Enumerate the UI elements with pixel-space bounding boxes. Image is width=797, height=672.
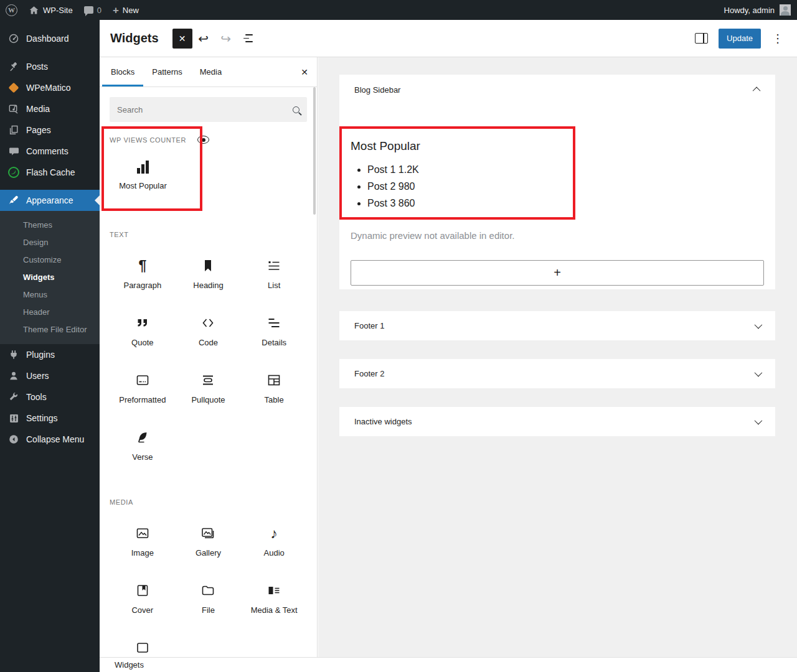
pages-icon <box>7 124 20 136</box>
section-label: WP VIEWS COUNTER <box>110 136 186 144</box>
audio-note-icon: ♪ <box>270 525 278 541</box>
chevron-down-icon <box>755 417 763 425</box>
submenu-item-design[interactable]: Design <box>0 233 100 251</box>
block-item-verse[interactable]: Verse <box>110 419 176 476</box>
popular-posts-list: Post 1 1.2K Post 2 980 Post 3 860 <box>367 161 764 212</box>
block-item-heading[interactable]: Heading <box>176 247 242 304</box>
submenu-item-header[interactable]: Header <box>0 303 100 320</box>
sidebar-item-flash-cache[interactable]: Flash Cache <box>0 162 100 183</box>
panel-title: Blog Sidebar <box>354 85 400 95</box>
new-content-menu[interactable]: + New <box>107 0 144 20</box>
list-item: Post 3 860 <box>367 195 764 212</box>
settings-sidebar-toggle[interactable] <box>690 27 712 50</box>
tab-patterns[interactable]: Patterns <box>143 57 191 86</box>
sidebar-item-wpematico[interactable]: WPeMatico <box>0 77 100 98</box>
redo-button[interactable]: ↪ <box>215 27 237 50</box>
most-popular-widget-preview[interactable]: Most Popular Post 1 1.2K Post 2 980 Post… <box>351 139 764 212</box>
panel-footer-1-header[interactable]: Footer 1 <box>339 311 775 340</box>
table-icon <box>266 371 281 388</box>
search-input[interactable] <box>117 105 293 114</box>
block-item-pullquote[interactable]: Pullquote <box>176 362 242 419</box>
sidebar-item-label: WPeMatico <box>26 83 71 93</box>
block-item-file[interactable]: File <box>176 572 242 629</box>
redo-icon: ↪ <box>220 31 231 46</box>
site-name: WP-Site <box>43 6 73 15</box>
panel-title: Footer 1 <box>354 321 384 330</box>
sidebar-item-comments[interactable]: Comments <box>0 141 100 162</box>
tab-blocks[interactable]: Blocks <box>102 57 143 86</box>
block-item-list[interactable]: List <box>241 247 307 304</box>
panel-footer-2-header[interactable]: Footer 2 <box>339 359 775 388</box>
block-item-audio[interactable]: ♪ Audio <box>241 515 307 572</box>
block-item-code[interactable]: Code <box>176 304 242 362</box>
sliders-icon <box>7 412 20 424</box>
undo-button[interactable]: ↩ <box>192 27 215 50</box>
sidebar-item-label: Users <box>26 371 49 381</box>
editor-title: Widgets <box>110 31 159 45</box>
section-label: TEXT <box>110 231 129 238</box>
block-item-preformatted[interactable]: Preformatted <box>110 362 176 419</box>
paragraph-icon: ¶ <box>138 257 146 273</box>
update-button[interactable]: Update <box>719 29 761 49</box>
submenu-item-widgets[interactable]: Widgets <box>0 268 100 286</box>
close-inserter-button[interactable]: ✕ <box>172 29 192 49</box>
inserter-scrollbar[interactable] <box>313 87 316 215</box>
sidebar-item-label: Pages <box>26 125 51 135</box>
sidebar-item-collapse-menu[interactable]: Collapse Menu <box>0 429 100 450</box>
block-item-cover[interactable]: Cover <box>110 572 176 629</box>
site-link[interactable]: WP-Site <box>23 0 78 20</box>
sidebar-item-dashboard[interactable]: Dashboard <box>0 28 100 49</box>
panel-inactive-widgets: Inactive widgets <box>339 407 775 436</box>
submenu-item-theme-file-editor[interactable]: Theme File Editor <box>0 320 100 338</box>
sidebar-item-appearance[interactable]: Appearance <box>0 190 100 211</box>
user-icon <box>7 370 20 382</box>
sidebar-item-pages[interactable]: Pages <box>0 119 100 141</box>
sidebar-separator <box>0 49 100 56</box>
block-item-most-popular[interactable]: Most Popular <box>110 149 176 208</box>
wordpress-menu[interactable]: W <box>0 0 23 20</box>
search-icon <box>293 106 299 113</box>
dashboard-icon <box>7 32 20 45</box>
preformatted-icon <box>135 371 150 388</box>
video-icon <box>135 639 150 655</box>
list-view-button[interactable] <box>237 27 260 50</box>
comments-moderation[interactable]: 0 <box>78 0 107 20</box>
chevron-down-icon <box>755 369 763 377</box>
block-item-paragraph[interactable]: ¶ Paragraph <box>110 247 176 304</box>
eye-icon[interactable] <box>197 136 209 144</box>
submenu-item-customize[interactable]: Customize <box>0 251 100 268</box>
block-item-gallery[interactable]: Gallery <box>176 515 242 572</box>
block-item-quote[interactable]: Quote <box>110 304 176 362</box>
plus-icon: + <box>554 266 561 280</box>
block-item-table[interactable]: Table <box>241 362 307 419</box>
block-item-details[interactable]: Details <box>241 304 307 362</box>
howdy-admin[interactable]: Howdy, admin <box>724 6 775 15</box>
brush-icon <box>7 194 20 207</box>
submenu-item-themes[interactable]: Themes <box>0 216 100 233</box>
list-item: Post 2 980 <box>367 178 764 195</box>
close-inserter-panel-button[interactable]: ✕ <box>301 57 308 87</box>
tab-media[interactable]: Media <box>191 57 230 86</box>
options-menu-button[interactable]: ⋮ <box>767 29 788 48</box>
panel-footer-1: Footer 1 <box>339 311 775 340</box>
add-block-appender[interactable]: + <box>351 260 764 286</box>
panel-inactive-widgets-header[interactable]: Inactive widgets <box>339 407 775 436</box>
sidebar-item-label: Tools <box>26 392 47 402</box>
user-avatar[interactable] <box>780 4 791 16</box>
block-item-video-partial[interactable] <box>110 629 176 657</box>
block-item-image[interactable]: Image <box>110 515 176 572</box>
panel-blog-sidebar-header[interactable]: Blog Sidebar <box>339 75 775 105</box>
sidebar-item-settings[interactable]: Settings <box>0 408 100 429</box>
sidebar-item-plugins[interactable]: Plugins <box>0 344 100 365</box>
breadcrumb[interactable]: Widgets <box>115 660 144 670</box>
sidebar-item-posts[interactable]: Posts <box>0 56 100 77</box>
sidebar-item-tools[interactable]: Tools <box>0 386 100 408</box>
sidebar-item-media[interactable]: Media <box>0 98 100 119</box>
block-item-media-text[interactable]: Media & Text <box>241 572 307 629</box>
sidebar-item-label: Appearance <box>26 195 73 205</box>
sidebar-item-label: Comments <box>26 146 68 156</box>
submenu-item-menus[interactable]: Menus <box>0 286 100 303</box>
sidebar-item-users[interactable]: Users <box>0 365 100 386</box>
close-icon: ✕ <box>301 67 308 77</box>
dynamic-preview-note: Dynamic preview not available in editor. <box>351 230 764 241</box>
